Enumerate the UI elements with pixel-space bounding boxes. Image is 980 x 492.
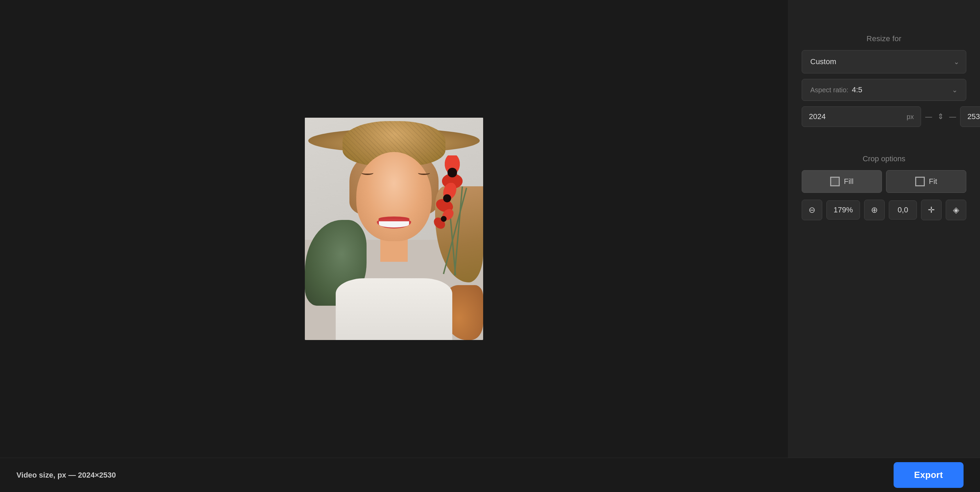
height-input[interactable] — [967, 112, 980, 121]
fit-icon — [915, 177, 925, 186]
aspect-ratio-value: 4:5 — [852, 86, 862, 94]
zoom-in-icon: ⊕ — [871, 205, 878, 215]
dimensions-dash: — — [925, 113, 932, 121]
resize-dropdown[interactable]: Custom ⌄ — [802, 50, 966, 73]
aspect-ratio-dropdown[interactable]: Aspect ratio: 4:5 ⌄ — [802, 79, 966, 101]
link-proportions-icon[interactable]: ⇕ — [936, 112, 945, 121]
controls-row: ⊖ 179% ⊕ 0,0 ✛ ◈ — [802, 200, 966, 220]
zoom-value: 179% — [826, 201, 860, 220]
photo-canvas[interactable] — [305, 118, 483, 340]
resize-dropdown-container[interactable]: Custom ⌄ — [802, 50, 966, 73]
export-button[interactable]: Export — [894, 462, 964, 488]
width-unit: px — [907, 113, 914, 121]
crop-options-label: Crop options — [802, 154, 966, 163]
fill-icon — [830, 177, 840, 186]
svg-point-4 — [447, 168, 457, 177]
video-size-info: Video size, px — 2024×2530 — [16, 471, 116, 480]
photo-teeth — [379, 221, 409, 228]
aspect-dropdown-chevron-icon: ⌄ — [952, 86, 958, 94]
bottom-bar: Video size, px — 2024×2530 Export — [0, 458, 980, 492]
rotation-value[interactable]: 0,0 — [889, 201, 917, 220]
svg-point-9 — [443, 194, 451, 202]
color-fill-button[interactable]: ◈ — [946, 200, 966, 220]
dimensions-dash2: — — [949, 113, 956, 121]
photo-flowers — [415, 155, 469, 224]
resize-dropdown-value: Custom — [810, 57, 836, 66]
move-icon: ✛ — [928, 205, 935, 215]
video-size-value: 2024×2530 — [78, 471, 116, 479]
crop-buttons-row: Fill Fit — [802, 170, 966, 193]
resize-for-label: Resize for — [802, 34, 966, 43]
svg-point-12 — [441, 216, 447, 222]
fit-button[interactable]: Fit — [886, 170, 966, 193]
dropdown-chevron-icon: ⌄ — [954, 57, 959, 66]
color-fill-icon: ◈ — [953, 205, 959, 215]
canvas-area — [0, 0, 788, 458]
video-size-prefix: Video size, px — — [16, 471, 78, 479]
dimensions-row: px — ⇕ — px — [802, 107, 966, 127]
fill-button[interactable]: Fill — [802, 170, 882, 193]
fit-label: Fit — [929, 177, 937, 186]
aspect-ratio-label: Aspect ratio: — [810, 86, 848, 94]
move-button[interactable]: ✛ — [921, 200, 942, 220]
photo-shirt — [336, 278, 452, 340]
zoom-out-button[interactable]: ⊖ — [802, 200, 822, 220]
zoom-in-button[interactable]: ⊕ — [864, 200, 885, 220]
fill-label: Fill — [844, 177, 853, 186]
width-input-wrap[interactable]: px — [802, 107, 921, 127]
zoom-out-icon: ⊖ — [808, 205, 815, 215]
photo-eye-left — [361, 171, 374, 175]
right-panel: Resize for Custom ⌄ Aspect ratio: 4:5 ⌄ … — [788, 0, 980, 492]
width-input[interactable] — [809, 112, 903, 121]
height-input-wrap[interactable]: px — [960, 107, 980, 127]
